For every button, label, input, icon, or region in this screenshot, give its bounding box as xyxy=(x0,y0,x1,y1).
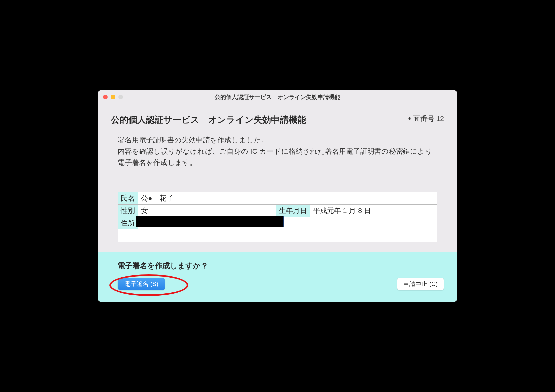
address-continuation xyxy=(118,229,437,242)
table-row-address: 住所 xyxy=(118,217,437,229)
dob-label: 生年月日 xyxy=(276,204,310,217)
description-line-2: 内容を確認し誤りがなければ、ご自身の IC カードに格納された署名用電子証明書の… xyxy=(118,146,437,168)
button-row: 電子署名 (S) 申請中止 (C) xyxy=(118,278,444,290)
app-window: 公的個人認証サービス オンライン失効申請機能 公的個人認証サービス オンライン失… xyxy=(98,90,457,302)
redacted-address-icon xyxy=(136,216,284,227)
screen-number: 画面番号 12 xyxy=(406,114,444,123)
cancel-button[interactable]: 申請中止 (C) xyxy=(397,278,444,290)
header-row: 公的個人認証サービス オンライン失効申請機能 画面番号 12 xyxy=(111,114,444,126)
dob-value: 平成元年 1 月 8 日 xyxy=(310,204,437,217)
gender-value: 女 xyxy=(138,204,276,217)
table-row-gender-dob: 性別 女 生年月日 平成元年 1 月 8 日 xyxy=(118,204,437,217)
page-heading: 公的個人認証サービス オンライン失効申請機能 xyxy=(111,114,306,126)
minimize-icon[interactable] xyxy=(111,95,115,99)
footer-panel: 電子署名を作成しますか？ 電子署名 (S) 申請中止 (C) xyxy=(98,252,457,302)
address-value xyxy=(138,217,437,229)
titlebar: 公的個人認証サービス オンライン失効申請機能 xyxy=(98,90,457,104)
table-row-address-continued xyxy=(118,229,437,242)
name-value: 公● 花子 xyxy=(138,192,437,204)
name-label: 氏名 xyxy=(118,192,138,204)
window-title: 公的個人認証サービス オンライン失効申請機能 xyxy=(215,93,340,101)
address-label: 住所 xyxy=(118,217,138,229)
description-text: 署名用電子証明書の失効申請を作成しました。 内容を確認し誤りがなければ、ご自身の… xyxy=(111,134,444,168)
content-area: 公的個人認証サービス オンライン失効申請機能 画面番号 12 署名用電子証明書の… xyxy=(98,104,457,242)
sign-button[interactable]: 電子署名 (S) xyxy=(118,278,165,290)
maximize-icon xyxy=(118,95,123,99)
gender-label: 性別 xyxy=(118,204,138,217)
prompt-text: 電子署名を作成しますか？ xyxy=(118,261,444,271)
description-line-1: 署名用電子証明書の失効申請を作成しました。 xyxy=(118,134,437,146)
close-icon[interactable] xyxy=(103,95,108,99)
table-row-name: 氏名 公● 花子 xyxy=(118,192,437,204)
traffic-lights xyxy=(103,95,123,99)
info-table: 氏名 公● 花子 性別 女 生年月日 平成元年 1 月 8 日 住所 xyxy=(118,192,437,242)
